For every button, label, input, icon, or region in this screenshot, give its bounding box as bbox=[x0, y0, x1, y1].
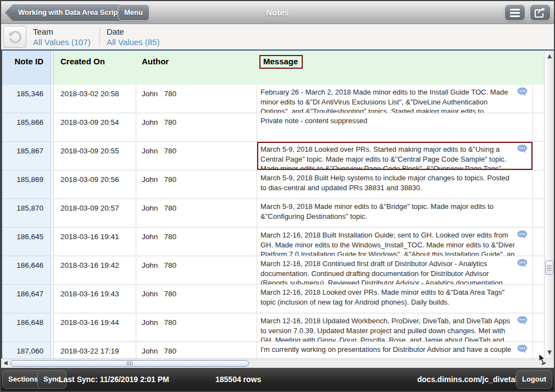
vertical-scroll-thumb[interactable] bbox=[545, 261, 553, 275]
filter-team-label: Team bbox=[33, 27, 91, 36]
created-on-cell: 2018-03-22 17:19 bbox=[54, 342, 136, 358]
message-text: I'm currently working on presentations f… bbox=[260, 345, 511, 354]
filter-date: Date All Values (85) bbox=[107, 27, 159, 47]
comment-icon[interactable] bbox=[517, 344, 528, 357]
table-row[interactable]: 185,869 2018-03-09 20:56 John 780 March … bbox=[2, 170, 554, 199]
note-id-cell: 186,647 bbox=[2, 285, 51, 313]
created-on-cell: 2018-03-09 20:55 bbox=[54, 142, 136, 170]
note-id-cell: 185,870 bbox=[2, 199, 51, 228]
author-cell: John 780 bbox=[136, 142, 257, 170]
table-row[interactable]: 187,060 2018-03-22 17:19 John 780 I'm cu… bbox=[2, 342, 554, 358]
author-cell: John 780 bbox=[136, 342, 257, 358]
row-end-spacer bbox=[533, 199, 544, 228]
top-toolbar: Working with Data Area Scripts Menu Note… bbox=[1, 1, 554, 24]
table-row[interactable]: 185,346 2018-03-02 20:58 John 780 Februa… bbox=[2, 85, 554, 113]
filter-team-value[interactable]: All Values (107) bbox=[33, 37, 91, 47]
comment-icon[interactable] bbox=[517, 144, 528, 157]
message-cell[interactable]: March 12-16, 2018 Continued first draft … bbox=[257, 256, 533, 285]
column-header-end-spacer bbox=[533, 51, 544, 85]
table-row[interactable]: 185,870 2018-03-09 20:57 John 780 March … bbox=[2, 199, 554, 228]
note-id-cell: 185,866 bbox=[2, 113, 51, 142]
row-end-spacer bbox=[533, 342, 544, 358]
author-cell: John 780 bbox=[136, 228, 257, 256]
logout-button[interactable]: Logout bbox=[516, 370, 552, 389]
message-cell[interactable]: February 26 - March 2, 2018 Made minor e… bbox=[257, 85, 533, 113]
column-header-created-on[interactable]: Created On bbox=[54, 51, 136, 85]
status-bar: Sections Sync Last Sync: 11/26/2019 2:01… bbox=[1, 368, 554, 391]
list-menu-button[interactable] bbox=[504, 4, 525, 21]
created-on-cell: 2018-03-09 20:54 bbox=[54, 113, 136, 142]
table-row[interactable]: 185,866 2018-03-09 20:54 John 780 Privat… bbox=[2, 113, 554, 142]
note-id-cell: 186,648 bbox=[2, 313, 51, 342]
filter-date-value[interactable]: All Values (85) bbox=[107, 37, 159, 47]
table-row[interactable]: 186,646 2018-03-16 19:42 John 780 March … bbox=[2, 256, 554, 285]
created-on-cell: 2018-03-02 20:58 bbox=[54, 85, 136, 113]
column-header-author[interactable]: Author bbox=[136, 51, 257, 85]
message-cell[interactable]: Private note - content suppressed bbox=[257, 113, 533, 142]
message-cell[interactable]: March 5-9, 2018 Built Help systems to in… bbox=[257, 170, 533, 199]
horizontal-scrollbar[interactable]: ◀ ▶ bbox=[1, 358, 554, 368]
message-cell[interactable]: March 5-9, 2018 Looked over PRs. Started… bbox=[257, 142, 533, 170]
message-cell[interactable]: March 12-16, 2018 Looked over PRs. Made … bbox=[257, 285, 533, 313]
scroll-left-icon[interactable]: ◀ bbox=[3, 360, 8, 366]
author-cell: John 780 bbox=[136, 256, 257, 285]
back-button[interactable]: Working with Data Area Scripts bbox=[5, 4, 132, 21]
table-row[interactable]: 186,648 2018-03-16 19:44 John 780 March … bbox=[2, 313, 554, 342]
created-on-cell: 2018-03-16 19:41 bbox=[54, 228, 136, 256]
comment-icon[interactable] bbox=[517, 316, 528, 328]
message-cell[interactable]: March 12-16, 2018 Updated Workbench, Pro… bbox=[257, 313, 533, 342]
column-header-message[interactable]: Message bbox=[257, 51, 533, 85]
message-cell[interactable]: I'm currently working on presentations f… bbox=[257, 342, 533, 358]
message-text: March 12-16, 2018 Continued first draft … bbox=[260, 260, 504, 285]
comment-icon[interactable] bbox=[517, 258, 528, 271]
row-end-spacer bbox=[533, 313, 544, 342]
share-button[interactable] bbox=[530, 4, 551, 21]
refresh-icon bbox=[7, 29, 23, 45]
comment-icon[interactable] bbox=[517, 230, 528, 242]
comment-icon[interactable] bbox=[517, 87, 528, 100]
created-on-cell: 2018-03-09 20:57 bbox=[54, 199, 136, 228]
author-cell: John 780 bbox=[136, 113, 257, 142]
message-header-highlight: Message bbox=[259, 55, 303, 69]
scroll-down-icon[interactable]: ▼ bbox=[545, 349, 554, 355]
message-text: February 26 - March 2, 2018 Made minor e… bbox=[260, 88, 508, 113]
scroll-up-icon[interactable]: ▲ bbox=[545, 53, 554, 59]
app-window: Working with Data Area Scripts Menu Note… bbox=[0, 0, 555, 392]
created-on-cell: 2018-03-09 20:56 bbox=[54, 170, 136, 199]
note-id-cell: 185,867 bbox=[2, 142, 51, 170]
refresh-button[interactable] bbox=[3, 26, 26, 48]
note-id-cell: 185,346 bbox=[2, 85, 51, 113]
row-end-spacer bbox=[533, 170, 544, 199]
table-row[interactable]: 186,647 2018-03-16 19:43 John 780 March … bbox=[2, 285, 554, 313]
row-end-spacer bbox=[533, 113, 544, 142]
row-end-spacer bbox=[533, 285, 544, 313]
table-row[interactable]: 185,867 2018-03-09 20:55 John 780 March … bbox=[2, 142, 554, 170]
note-id-cell: 186,645 bbox=[2, 228, 51, 256]
note-id-cell: 186,646 bbox=[2, 256, 51, 285]
note-id-cell: 185,869 bbox=[2, 170, 51, 199]
message-cell[interactable]: March 12-16, 2018 Built Installation Gui… bbox=[257, 228, 533, 256]
created-on-cell: 2018-03-16 19:44 bbox=[54, 313, 136, 342]
column-header-note-id[interactable]: Note ID bbox=[2, 51, 51, 85]
message-text: March 5-9, 2018 Looked over PRs. Started… bbox=[260, 145, 506, 170]
scroll-right-icon[interactable]: ▶ bbox=[542, 360, 546, 366]
menu-button[interactable]: Menu bbox=[118, 4, 149, 21]
message-text: Private note - content suppressed bbox=[260, 117, 367, 125]
message-text: March 12-16, 2018 Built Installation Gui… bbox=[260, 231, 515, 256]
row-end-spacer bbox=[533, 256, 544, 285]
table-header: Note ID Created On Author Message bbox=[2, 51, 554, 85]
horizontal-scroll-thumb[interactable] bbox=[10, 360, 249, 367]
notes-table: Note ID Created On Author Message 185,34… bbox=[1, 49, 554, 358]
table-row[interactable]: 186,645 2018-03-16 19:41 John 780 March … bbox=[2, 228, 554, 256]
row-count: 185504 rows bbox=[215, 375, 261, 384]
hamburger-icon bbox=[510, 9, 520, 17]
filter-separator bbox=[99, 28, 100, 46]
table-body: 185,346 2018-03-02 20:58 John 780 Februa… bbox=[2, 85, 554, 358]
author-cell: John 780 bbox=[136, 85, 257, 113]
filter-bar: Team All Values (107) Date All Values (8… bbox=[1, 25, 554, 49]
row-end-spacer bbox=[533, 85, 544, 113]
message-cell[interactable]: March 5-9, 2018 Made minor edits to &"Br… bbox=[257, 199, 533, 228]
vertical-scrollbar[interactable]: ▲ ▼ bbox=[544, 51, 554, 358]
filter-date-label: Date bbox=[107, 27, 159, 36]
created-on-cell: 2018-03-16 19:43 bbox=[54, 285, 136, 313]
